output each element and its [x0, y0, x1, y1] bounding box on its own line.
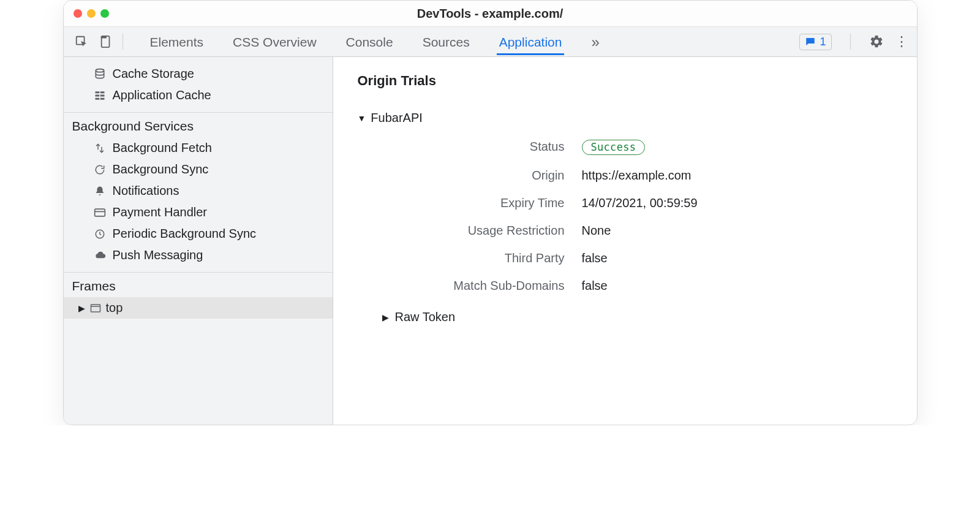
sidebar-item-background-fetch[interactable]: Background Fetch: [64, 137, 333, 159]
grid-icon: [93, 90, 107, 101]
sidebar-item-label: Push Messaging: [113, 248, 203, 262]
label-usage-restriction: Usage Restriction: [404, 224, 582, 238]
label-match-subdomains: Match Sub-Domains: [404, 279, 582, 293]
svg-point-3: [96, 69, 104, 72]
transfer-icon: [93, 143, 107, 154]
value-expiry: 14/07/2021, 00:59:59: [582, 196, 892, 210]
svg-rect-8: [95, 97, 99, 99]
sidebar-item-label: Notifications: [113, 184, 179, 198]
devtools-window: DevTools - example.com/ Elements CSS Ove…: [63, 0, 918, 425]
origin-trials-panel: Origin Trials ▼ FubarAPI Status Success …: [333, 57, 917, 425]
sidebar-section-frames: Frames: [64, 272, 333, 297]
tab-elements[interactable]: Elements: [148, 29, 206, 55]
sidebar-item-label: Payment Handler: [113, 205, 208, 219]
raw-token-label: Raw Token: [395, 310, 456, 324]
tab-console[interactable]: Console: [344, 29, 396, 55]
clock-icon: [93, 229, 107, 240]
svg-rect-7: [100, 94, 104, 96]
issues-button[interactable]: 1: [799, 34, 831, 50]
toolbar-separator: [850, 34, 851, 50]
issues-count: 1: [820, 36, 826, 48]
sidebar-item-push-messaging[interactable]: Push Messaging: [64, 244, 333, 266]
settings-icon[interactable]: [869, 34, 884, 49]
sidebar-item-label: Periodic Background Sync: [113, 227, 257, 241]
tab-sources[interactable]: Sources: [420, 29, 472, 55]
svg-rect-5: [100, 91, 104, 93]
raw-token-node[interactable]: ▶ Raw Token: [382, 310, 892, 324]
svg-rect-9: [100, 97, 104, 99]
status-badge: Success: [582, 140, 646, 155]
value-match-subdomains: false: [582, 279, 892, 293]
bell-icon: [93, 186, 107, 197]
sidebar-item-cache-storage[interactable]: Cache Storage: [64, 63, 333, 85]
database-icon: [93, 68, 107, 80]
sidebar-section-background-services: Background Services: [64, 112, 333, 137]
sidebar-item-payment-handler[interactable]: Payment Handler: [64, 202, 333, 223]
more-tabs-icon[interactable]: »: [589, 28, 601, 56]
sidebar-item-frame-top[interactable]: ▶ top: [64, 297, 333, 319]
svg-rect-2: [100, 36, 106, 39]
svg-rect-6: [95, 94, 99, 96]
sync-icon: [93, 164, 107, 175]
cloud-icon: [93, 251, 107, 260]
issues-icon: [805, 36, 816, 47]
sidebar-item-label: Background Fetch: [113, 141, 212, 155]
toolbar-separator: [123, 34, 123, 50]
sidebar-item-application-cache[interactable]: Application Cache: [64, 85, 333, 106]
label-origin: Origin: [404, 169, 582, 183]
svg-rect-4: [95, 91, 99, 93]
disclosure-right-icon: ▶: [78, 303, 85, 313]
main-toolbar: Elements CSS Overview Console Sources Ap…: [64, 26, 917, 57]
disclosure-down-icon: ▼: [358, 113, 366, 123]
value-origin: https://example.com: [582, 169, 892, 183]
tab-application[interactable]: Application: [497, 29, 565, 55]
label-third-party: Third Party: [404, 251, 582, 265]
value-third-party: false: [582, 251, 892, 265]
inspect-element-icon[interactable]: [72, 35, 91, 48]
device-toolbar-icon[interactable]: [97, 35, 115, 48]
sidebar-item-label: Background Sync: [113, 162, 209, 176]
panel-tabs: Elements CSS Overview Console Sources Ap…: [148, 28, 602, 56]
sidebar-item-label: Application Cache: [113, 88, 211, 102]
sidebar-item-periodic-background-sync[interactable]: Periodic Background Sync: [64, 223, 333, 244]
tab-css-overview[interactable]: CSS Overview: [230, 29, 319, 55]
value-usage-restriction: None: [582, 224, 892, 238]
credit-card-icon: [93, 208, 107, 218]
window-icon: [90, 303, 101, 313]
label-expiry: Expiry Time: [404, 196, 582, 210]
frame-label: top: [106, 301, 123, 315]
trial-node[interactable]: ▼ FubarAPI: [358, 111, 892, 125]
panel-title: Origin Trials: [358, 73, 892, 89]
trial-details: Status Success Origin https://example.co…: [404, 140, 892, 293]
sidebar-item-background-sync[interactable]: Background Sync: [64, 159, 333, 180]
disclosure-right-icon: ▶: [382, 313, 389, 322]
sidebar-item-label: Cache Storage: [113, 67, 194, 81]
svg-rect-13: [91, 305, 100, 312]
svg-rect-10: [94, 209, 105, 216]
sidebar-item-notifications[interactable]: Notifications: [64, 180, 333, 202]
trial-name: FubarAPI: [371, 111, 422, 125]
label-status: Status: [404, 140, 582, 155]
kebab-menu-icon[interactable]: ⋮: [895, 34, 908, 50]
window-title: DevTools - example.com/: [64, 7, 917, 21]
title-bar: DevTools - example.com/: [64, 1, 917, 26]
application-sidebar: Cache Storage Application Cache Backgrou…: [64, 57, 333, 425]
